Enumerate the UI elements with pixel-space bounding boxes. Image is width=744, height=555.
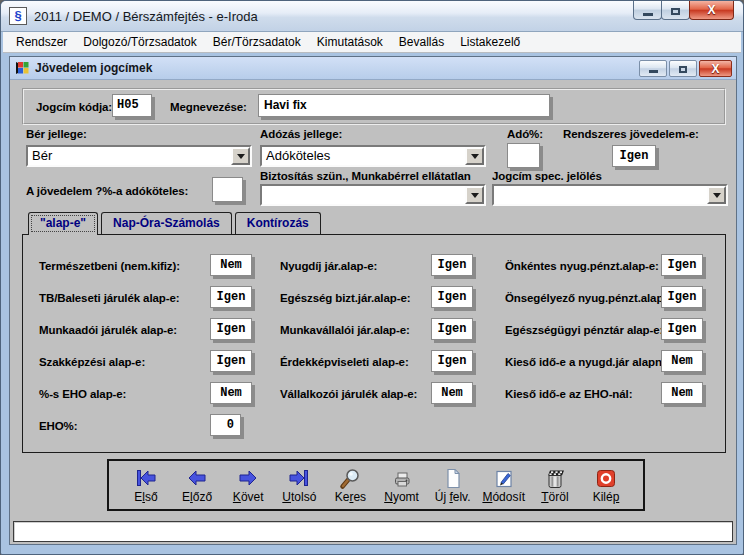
- exit-icon: [594, 467, 618, 490]
- field-label: EHO%:: [39, 420, 77, 432]
- jovedelem-jogcimek-dialog: Jövedelem jogcímek X Jogcím kódja: H05 M…: [9, 56, 737, 545]
- tax-pct-label: Adó%:: [507, 128, 543, 140]
- application-window: § 2011 / DEMO / Bérszámfejtés - e-Iroda …: [0, 0, 744, 555]
- next-record-button[interactable]: Követ: [223, 467, 273, 504]
- tool-label: Nyomt: [384, 490, 419, 504]
- field-value[interactable]: Nem: [210, 382, 252, 404]
- tool-label: Követ: [233, 490, 264, 504]
- first-record-button[interactable]: Első: [121, 467, 171, 504]
- print-icon: [390, 467, 414, 490]
- tab-alap-e[interactable]: "alap-e": [28, 212, 98, 235]
- field-label: Önkéntes nyug.pénzt.alap-e:: [505, 260, 659, 272]
- menu-bevallas[interactable]: Bevallás: [391, 33, 452, 51]
- field-value[interactable]: Igen: [210, 318, 252, 340]
- chevron-down-icon: [237, 154, 245, 159]
- field-label: TB/Baleseti járulék alap-e:: [39, 292, 179, 304]
- previous-record-button[interactable]: Előző: [172, 467, 222, 504]
- maximize-icon: [671, 8, 680, 15]
- field-value[interactable]: Igen: [210, 350, 252, 372]
- field-label: Szakképzési alap-e:: [39, 356, 145, 368]
- menu-ber-torzsadatok[interactable]: Bér/Törzsadatok: [205, 33, 309, 51]
- window-controls: X: [634, 1, 734, 20]
- field-value[interactable]: Igen: [431, 350, 473, 372]
- search-button[interactable]: Keres: [325, 467, 375, 504]
- regular-income-label: Rendszeres jövedelem-e:: [563, 128, 699, 140]
- wage-type-dropdown[interactable]: Bér: [26, 145, 252, 167]
- close-button[interactable]: X: [689, 1, 734, 20]
- window-title: 2011 / DEMO / Bérszámfejtés - e-Iroda: [34, 9, 258, 24]
- new-record-icon: [441, 467, 465, 490]
- exit-button[interactable]: Kilép: [581, 467, 631, 504]
- field-value[interactable]: Igen: [661, 286, 703, 308]
- header-groupbox: Jogcím kódja: H05 Megnevezése: Havi fix: [22, 88, 726, 125]
- delete-icon: [543, 467, 567, 490]
- field-value[interactable]: Igen: [431, 286, 473, 308]
- search-icon: [338, 467, 362, 490]
- name-label: Megnevezése:: [170, 101, 247, 113]
- field-label: Kieső idő-e az EHO-nál:: [505, 388, 632, 400]
- print-button[interactable]: Nyomt: [377, 467, 427, 504]
- new-record-button[interactable]: Új felv.: [428, 467, 478, 504]
- tab-nap-ora-szamolas[interactable]: Nap-Óra-Számolás: [101, 212, 232, 234]
- field-label: Önsegélyező nyug.pénzt.alap-e:: [505, 292, 677, 304]
- field-value[interactable]: Nem: [210, 254, 252, 276]
- field-value[interactable]: Nem: [431, 382, 473, 404]
- menu-listakezelo[interactable]: Listakezelő: [452, 33, 528, 51]
- dialog-titlebar: Jövedelem jogcímek X: [10, 57, 736, 80]
- chevron-down-icon: [471, 193, 479, 198]
- tax-type-dropdown-button[interactable]: [465, 147, 484, 165]
- tool-label: Töröl: [541, 490, 568, 504]
- dialog-minimize-icon: [649, 70, 658, 73]
- insurance-dropdown-button[interactable]: [465, 186, 484, 204]
- field-value[interactable]: Nem: [661, 382, 703, 404]
- delete-button[interactable]: Töröl: [530, 467, 580, 504]
- tool-label: Új felv.: [435, 490, 471, 504]
- insurance-dropdown[interactable]: [260, 184, 486, 206]
- code-input[interactable]: H05: [112, 94, 152, 117]
- insurance-value: [262, 186, 484, 188]
- field-value[interactable]: 0: [210, 414, 241, 436]
- tool-label: Első: [134, 490, 157, 504]
- minimize-button[interactable]: [633, 1, 662, 20]
- field-value[interactable]: Igen: [661, 318, 703, 340]
- dialog-title: Jövedelem jogcímek: [35, 61, 152, 75]
- field-label: Egészség bizt.jár.alap-e:: [280, 292, 410, 304]
- spec-mark-dropdown[interactable]: [492, 184, 728, 206]
- dialog-restore-button[interactable]: [669, 60, 697, 77]
- field-value[interactable]: Igen: [431, 254, 473, 276]
- field-label: Egészségügyi pénztár alap-e:: [505, 324, 663, 336]
- field-value[interactable]: Nem: [661, 350, 703, 372]
- minimize-icon: [643, 13, 653, 16]
- tax-type-value: Adóköteles: [262, 147, 484, 164]
- tab-kontirozas[interactable]: Kontírozás: [235, 212, 321, 234]
- edit-button[interactable]: Módosít: [479, 467, 529, 504]
- alap-e-panel: Természetbeni (nem.kifiz): Nem TB/Balese…: [22, 234, 726, 453]
- field-label: Érdekképviseleti alap-e:: [280, 356, 409, 368]
- dialog-minimize-button[interactable]: [639, 60, 667, 77]
- menu-rendszer[interactable]: Rendszer: [8, 33, 75, 51]
- tax-type-dropdown[interactable]: Adóköteles: [260, 145, 486, 167]
- field-value[interactable]: Igen: [210, 286, 252, 308]
- dialog-close-button[interactable]: X: [699, 60, 732, 77]
- wage-type-dropdown-button[interactable]: [231, 147, 250, 165]
- menu-kimutatasok[interactable]: Kimutatások: [309, 33, 391, 51]
- field-value[interactable]: Igen: [431, 318, 473, 340]
- first-icon: [134, 467, 158, 490]
- regular-income-value[interactable]: Igen: [612, 145, 656, 167]
- field-label: Nyugdíj jár.alap-e:: [280, 260, 377, 272]
- spec-mark-dropdown-button[interactable]: [707, 186, 726, 204]
- field-label: Kieső idő-e a nyugd.jár alapnál:: [505, 356, 675, 368]
- tax-pct-input[interactable]: [507, 143, 540, 168]
- chevron-down-icon: [471, 154, 479, 159]
- tab-strip: "alap-e" Nap-Óra-Számolás Kontírozás: [28, 212, 324, 235]
- maximize-button[interactable]: [661, 1, 690, 20]
- field-label: %-s EHO alap-e:: [39, 388, 126, 400]
- previous-icon: [185, 467, 209, 490]
- last-record-button[interactable]: Utolsó: [274, 467, 324, 504]
- income-pct-input[interactable]: [212, 177, 243, 202]
- field-value[interactable]: Igen: [661, 254, 703, 276]
- insurance-label: Biztosítás szün., Munkabérrel ellátatlan: [260, 170, 471, 182]
- tool-label: Kilép: [593, 490, 620, 504]
- name-input[interactable]: Havi fix: [258, 94, 550, 117]
- menu-dolgozo-torzsadatok[interactable]: Dolgozó/Törzsadatok: [75, 33, 204, 51]
